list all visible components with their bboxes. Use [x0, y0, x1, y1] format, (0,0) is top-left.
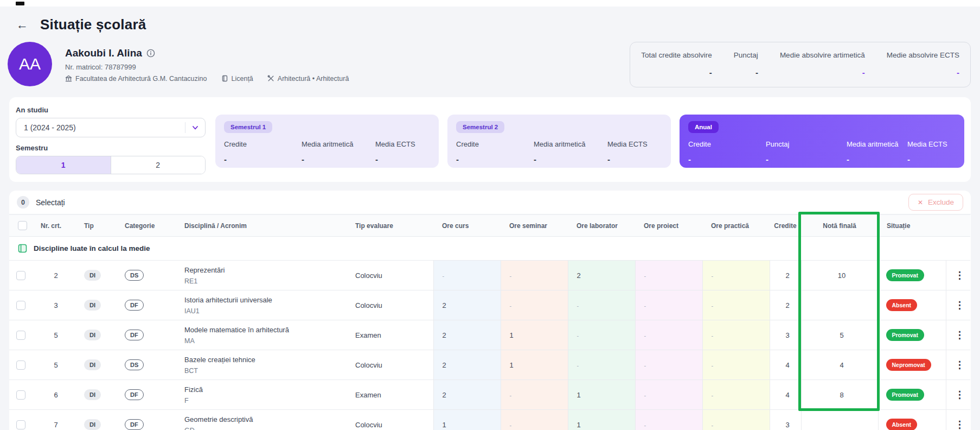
stat-column: Total credite absolvire- [641, 51, 712, 77]
hours-value: - [644, 362, 646, 369]
cell-nota: 5 [801, 320, 878, 350]
select-all-checkbox[interactable] [18, 221, 27, 230]
group-row: Discipline luate în calcul la medie [9, 237, 970, 261]
cell-tip_evaluare: Examen [347, 320, 433, 350]
semester-tab-2[interactable]: 2 [111, 156, 206, 174]
stat-value: - [755, 68, 758, 77]
metric-value: - [607, 155, 648, 164]
row-menu-icon[interactable]: ⋮ [955, 419, 965, 430]
column-header-nr: Nr. crt. [32, 215, 75, 237]
metric-value: - [224, 155, 302, 164]
hours-value: - [712, 302, 714, 309]
cell-nr: 3 [32, 290, 75, 320]
hours-value: - [644, 273, 646, 279]
status-badge: Promovat [886, 389, 924, 401]
stat-label: Total credite absolvire [641, 51, 712, 59]
metric-label: Media aritmetică [847, 140, 907, 148]
metric-value: - [302, 155, 375, 164]
cell-categorie: DF [116, 320, 176, 350]
column-header-nota: Notă finală [801, 215, 878, 237]
stat-column: Punctaj- [734, 51, 758, 77]
cell-situatie: Absent [878, 410, 946, 430]
semester-tab-1[interactable]: 1 [16, 156, 111, 174]
cell-disciplina: Modele matematice în arhitecturăMA [176, 320, 347, 350]
cell-tip_evaluare: Colocviu [347, 261, 433, 290]
row-checkbox[interactable] [16, 301, 25, 310]
semester-tabs: 12 [16, 156, 206, 174]
stat-label: Punctaj [734, 51, 758, 59]
cell-kebab: ⋮ [946, 290, 970, 320]
row-menu-icon[interactable]: ⋮ [955, 300, 965, 311]
row-menu-icon[interactable]: ⋮ [955, 330, 965, 340]
summary-card-semestrul-1: Semestrul 1Credite-Media aritmetică-Medi… [215, 115, 439, 168]
info-icon[interactable] [146, 49, 155, 58]
row-menu-icon[interactable]: ⋮ [955, 359, 965, 370]
chevron-down-icon[interactable] [191, 123, 200, 132]
cell-nr: 7 [32, 410, 75, 430]
categorie-badge: DF [125, 300, 144, 311]
summary-card-anual: AnualCredite-Punctaj-Media aritmetică-Me… [680, 115, 964, 168]
avatar: AA [8, 42, 52, 86]
faculty-icon [65, 75, 72, 82]
cell-ore_laborator: 1 [568, 410, 635, 430]
cell-nota [801, 290, 878, 320]
page-header: ← Situație școlară [0, 7, 980, 35]
hours-value: - [577, 302, 579, 309]
metric-label: Credite [456, 140, 534, 148]
row-menu-icon[interactable]: ⋮ [955, 270, 965, 281]
column-header-categorie: Categorie [116, 215, 176, 237]
screen-artifact [16, 2, 24, 5]
row-checkbox[interactable] [16, 420, 25, 429]
cell-checkbox [9, 290, 32, 320]
cell-tip_evaluare: Colocviu [347, 410, 433, 430]
cell-checkbox [9, 350, 32, 380]
cell-ore_curs: - [433, 261, 501, 290]
column-header-ore_laborator: Ore laborator [568, 215, 635, 237]
column-header-ore_seminar: Ore seminar [501, 215, 568, 237]
cell-ore_curs: 1 [433, 410, 501, 430]
cell-nota: 10 [801, 261, 878, 290]
cell-ore_practica: - [702, 350, 770, 380]
card-metric: Punctaj- [766, 140, 847, 164]
cell-ore_seminar: - [501, 410, 568, 430]
metric-value: - [534, 155, 607, 164]
cell-checkbox [9, 410, 32, 430]
cell-tip: DI [75, 290, 116, 320]
exclude-button[interactable]: ✕ Exclude [908, 194, 963, 211]
cell-checkbox [9, 320, 32, 350]
cell-nota: 8 [801, 380, 878, 410]
cell-ore_laborator: - [568, 290, 635, 320]
row-checkbox[interactable] [16, 361, 25, 370]
status-badge: Absent [886, 419, 918, 430]
exclude-label: Exclude [928, 198, 954, 206]
row-checkbox[interactable] [16, 331, 25, 340]
metric-label: Media aritmetică [302, 140, 375, 148]
categorie-badge: DF [125, 419, 144, 430]
back-button[interactable]: ← [16, 19, 28, 31]
hours-value: 2 [443, 391, 446, 399]
table-row: 3DIDFIstoria arhitecturii universaleIAU1… [9, 290, 970, 320]
categorie-badge: DF [125, 330, 144, 340]
stat-label: Medie absolvire artimetică [780, 51, 865, 59]
discipline-name: Bazele creației tehnice [184, 356, 342, 364]
select-divider [185, 122, 185, 133]
student-name: Aakoubi I. Alina [65, 47, 142, 59]
cell-nota [801, 410, 878, 430]
discipline-acronym: IAU1 [184, 307, 342, 315]
card-badge: Semestrul 2 [456, 121, 504, 133]
row-checkbox[interactable] [16, 271, 25, 280]
journal-icon [18, 244, 27, 253]
row-checkbox[interactable] [16, 390, 25, 400]
hours-value: - [644, 302, 646, 309]
cell-tip: DI [75, 410, 116, 430]
metric-label: Media ECTS [607, 140, 648, 148]
an-studiu-value: 1 (2024 - 2025) [24, 123, 185, 132]
status-badge: Absent [886, 299, 918, 311]
status-badge: Promovat [886, 329, 924, 341]
an-studiu-select[interactable]: 1 (2024 - 2025) [16, 118, 206, 137]
hours-value: - [712, 332, 714, 339]
row-menu-icon[interactable]: ⋮ [955, 389, 965, 400]
discipline-acronym: RE1 [184, 277, 342, 285]
cell-ore_curs: 2 [433, 380, 501, 410]
cell-categorie: DS [116, 350, 176, 380]
